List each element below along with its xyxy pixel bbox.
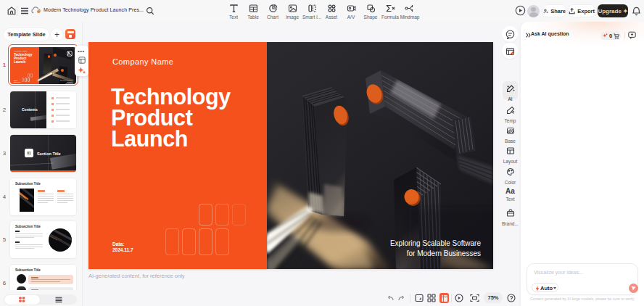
- svg-text:for Modern Businesses: for Modern Businesses: [407, 249, 481, 257]
- svg-text:Exploring Scalable Software: Exploring Scalable Software: [390, 239, 482, 247]
